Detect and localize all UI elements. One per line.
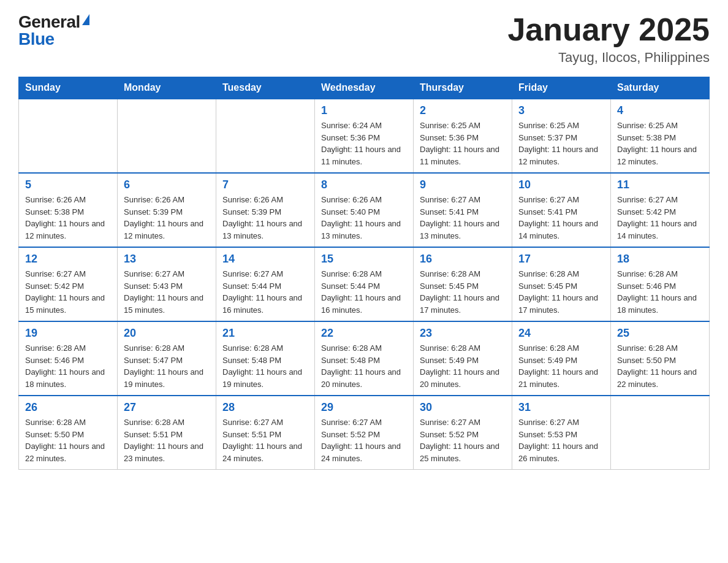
day-number: 22 (321, 327, 407, 340)
calendar-cell: 18Sunrise: 6:28 AM Sunset: 5:46 PM Dayli… (611, 247, 710, 321)
day-number: 11 (617, 178, 703, 191)
day-info: Sunrise: 6:25 AM Sunset: 5:37 PM Dayligh… (518, 120, 604, 167)
day-header-monday: Monday (118, 77, 216, 99)
day-number: 18 (617, 253, 703, 266)
day-info: Sunrise: 6:28 AM Sunset: 5:50 PM Dayligh… (617, 342, 703, 390)
day-info: Sunrise: 6:27 AM Sunset: 5:53 PM Dayligh… (518, 416, 604, 464)
day-info: Sunrise: 6:27 AM Sunset: 5:41 PM Dayligh… (518, 194, 604, 242)
logo-triangle-icon (82, 14, 89, 25)
day-info: Sunrise: 6:27 AM Sunset: 5:42 PM Dayligh… (617, 194, 703, 242)
day-number: 10 (518, 178, 604, 191)
week-row-5: 26Sunrise: 6:28 AM Sunset: 5:50 PM Dayli… (19, 396, 710, 470)
calendar-cell: 7Sunrise: 6:26 AM Sunset: 5:39 PM Daylig… (216, 173, 315, 247)
calendar-cell: 26Sunrise: 6:28 AM Sunset: 5:50 PM Dayli… (19, 396, 118, 470)
calendar-cell: 1Sunrise: 6:24 AM Sunset: 5:36 PM Daylig… (315, 99, 414, 173)
day-number: 29 (321, 401, 407, 414)
day-header-saturday: Saturday (611, 77, 710, 99)
calendar-cell: 4Sunrise: 6:25 AM Sunset: 5:38 PM Daylig… (611, 99, 710, 173)
calendar-cell: 31Sunrise: 6:27 AM Sunset: 5:53 PM Dayli… (512, 396, 611, 470)
calendar-subtitle: Tayug, Ilocos, Philippines (507, 50, 710, 66)
day-info: Sunrise: 6:26 AM Sunset: 5:38 PM Dayligh… (25, 194, 111, 242)
day-info: Sunrise: 6:25 AM Sunset: 5:36 PM Dayligh… (420, 120, 506, 167)
day-number: 16 (420, 253, 506, 266)
calendar-cell: 2Sunrise: 6:25 AM Sunset: 5:36 PM Daylig… (414, 99, 512, 173)
day-info: Sunrise: 6:28 AM Sunset: 5:45 PM Dayligh… (518, 268, 604, 316)
day-info: Sunrise: 6:28 AM Sunset: 5:44 PM Dayligh… (321, 268, 407, 316)
day-info: Sunrise: 6:28 AM Sunset: 5:46 PM Dayligh… (25, 342, 111, 390)
day-number: 28 (222, 401, 308, 414)
day-number: 4 (617, 104, 703, 117)
calendar-cell: 13Sunrise: 6:27 AM Sunset: 5:43 PM Dayli… (118, 247, 216, 321)
calendar-cell: 17Sunrise: 6:28 AM Sunset: 5:45 PM Dayli… (512, 247, 611, 321)
day-number: 1 (321, 104, 407, 117)
calendar-cell: 23Sunrise: 6:28 AM Sunset: 5:49 PM Dayli… (414, 321, 512, 396)
day-info: Sunrise: 6:27 AM Sunset: 5:41 PM Dayligh… (420, 194, 506, 242)
day-info: Sunrise: 6:27 AM Sunset: 5:51 PM Dayligh… (222, 416, 308, 464)
day-info: Sunrise: 6:28 AM Sunset: 5:51 PM Dayligh… (124, 416, 210, 464)
calendar-cell (611, 396, 710, 470)
week-row-2: 5Sunrise: 6:26 AM Sunset: 5:38 PM Daylig… (19, 173, 710, 247)
day-number: 15 (321, 253, 407, 266)
week-row-4: 19Sunrise: 6:28 AM Sunset: 5:46 PM Dayli… (19, 321, 710, 396)
day-info: Sunrise: 6:28 AM Sunset: 5:50 PM Dayligh… (25, 416, 111, 464)
day-info: Sunrise: 6:25 AM Sunset: 5:38 PM Dayligh… (617, 120, 703, 167)
day-number: 2 (420, 104, 506, 117)
calendar-cell: 5Sunrise: 6:26 AM Sunset: 5:38 PM Daylig… (19, 173, 118, 247)
day-number: 12 (25, 253, 111, 266)
day-number: 8 (321, 178, 407, 191)
day-number: 9 (420, 178, 506, 191)
week-row-1: 1Sunrise: 6:24 AM Sunset: 5:36 PM Daylig… (19, 99, 710, 173)
calendar-cell: 12Sunrise: 6:27 AM Sunset: 5:42 PM Dayli… (19, 247, 118, 321)
calendar-cell: 24Sunrise: 6:28 AM Sunset: 5:49 PM Dayli… (512, 321, 611, 396)
calendar-cell: 16Sunrise: 6:28 AM Sunset: 5:45 PM Dayli… (414, 247, 512, 321)
logo: General Blue (18, 12, 89, 49)
calendar-cell: 3Sunrise: 6:25 AM Sunset: 5:37 PM Daylig… (512, 99, 611, 173)
day-header-thursday: Thursday (414, 77, 512, 99)
calendar-cell: 6Sunrise: 6:26 AM Sunset: 5:39 PM Daylig… (118, 173, 216, 247)
day-number: 5 (25, 178, 111, 191)
calendar-cell: 21Sunrise: 6:28 AM Sunset: 5:48 PM Dayli… (216, 321, 315, 396)
calendar-cell (118, 99, 216, 173)
day-info: Sunrise: 6:26 AM Sunset: 5:39 PM Dayligh… (124, 194, 210, 242)
day-number: 27 (124, 401, 210, 414)
week-row-3: 12Sunrise: 6:27 AM Sunset: 5:42 PM Dayli… (19, 247, 710, 321)
calendar-cell: 27Sunrise: 6:28 AM Sunset: 5:51 PM Dayli… (118, 396, 216, 470)
header-row: SundayMondayTuesdayWednesdayThursdayFrid… (19, 77, 710, 99)
calendar-cell: 15Sunrise: 6:28 AM Sunset: 5:44 PM Dayli… (315, 247, 414, 321)
calendar-cell: 28Sunrise: 6:27 AM Sunset: 5:51 PM Dayli… (216, 396, 315, 470)
day-header-sunday: Sunday (19, 77, 118, 99)
calendar-cell: 20Sunrise: 6:28 AM Sunset: 5:47 PM Dayli… (118, 321, 216, 396)
day-number: 24 (518, 327, 604, 340)
day-number: 14 (222, 253, 308, 266)
day-number: 3 (518, 104, 604, 117)
day-info: Sunrise: 6:28 AM Sunset: 5:49 PM Dayligh… (420, 342, 506, 390)
title-section: January 2025 Tayug, Ilocos, Philippines (507, 12, 710, 66)
day-number: 19 (25, 327, 111, 340)
day-number: 6 (124, 178, 210, 191)
calendar-cell: 19Sunrise: 6:28 AM Sunset: 5:46 PM Dayli… (19, 321, 118, 396)
calendar-title: January 2025 (507, 12, 710, 47)
day-number: 30 (420, 401, 506, 414)
calendar-cell: 29Sunrise: 6:27 AM Sunset: 5:52 PM Dayli… (315, 396, 414, 470)
day-header-friday: Friday (512, 77, 611, 99)
day-info: Sunrise: 6:28 AM Sunset: 5:46 PM Dayligh… (617, 268, 703, 316)
day-info: Sunrise: 6:27 AM Sunset: 5:44 PM Dayligh… (222, 268, 308, 316)
day-number: 21 (222, 327, 308, 340)
day-number: 26 (25, 401, 111, 414)
logo-text-blue: Blue (18, 29, 55, 49)
calendar-cell: 14Sunrise: 6:27 AM Sunset: 5:44 PM Dayli… (216, 247, 315, 321)
day-info: Sunrise: 6:27 AM Sunset: 5:52 PM Dayligh… (420, 416, 506, 464)
calendar-cell: 9Sunrise: 6:27 AM Sunset: 5:41 PM Daylig… (414, 173, 512, 247)
day-number: 7 (222, 178, 308, 191)
calendar-cell: 22Sunrise: 6:28 AM Sunset: 5:48 PM Dayli… (315, 321, 414, 396)
day-number: 23 (420, 327, 506, 340)
day-info: Sunrise: 6:28 AM Sunset: 5:47 PM Dayligh… (124, 342, 210, 390)
day-info: Sunrise: 6:26 AM Sunset: 5:40 PM Dayligh… (321, 194, 407, 242)
day-info: Sunrise: 6:27 AM Sunset: 5:52 PM Dayligh… (321, 416, 407, 464)
calendar-cell: 8Sunrise: 6:26 AM Sunset: 5:40 PM Daylig… (315, 173, 414, 247)
calendar-cell (216, 99, 315, 173)
page-header: General Blue January 2025 Tayug, Ilocos,… (18, 12, 710, 66)
day-header-tuesday: Tuesday (216, 77, 315, 99)
day-info: Sunrise: 6:24 AM Sunset: 5:36 PM Dayligh… (321, 120, 407, 167)
day-info: Sunrise: 6:28 AM Sunset: 5:45 PM Dayligh… (420, 268, 506, 316)
